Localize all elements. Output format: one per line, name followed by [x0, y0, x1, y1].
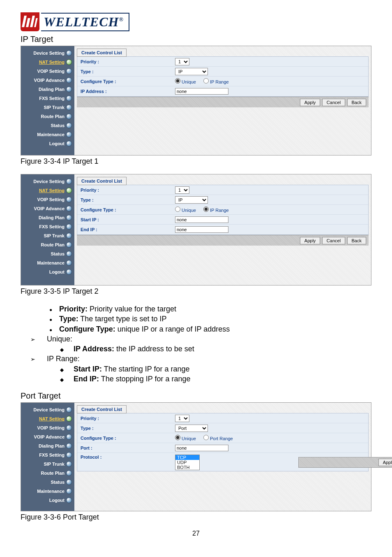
panel-port-target: Device SettingNAT SettingVOIP SettingVOI…	[21, 402, 371, 511]
sidebar-item-label: Dialing Plan	[39, 87, 65, 92]
radio-ip-range[interactable]	[203, 207, 209, 212]
expand-icon	[66, 86, 72, 92]
expand-icon	[66, 59, 72, 65]
select-protocol[interactable]: TCPUDPBOTH	[175, 455, 200, 470]
sidebar-item-voip-setting[interactable]: VOIP Setting	[21, 423, 74, 432]
input-start-ip[interactable]	[175, 216, 228, 223]
input-ip-address[interactable]	[175, 88, 228, 95]
sidebar-item-status[interactable]: Status	[21, 249, 74, 258]
select-type[interactable]: Port	[175, 425, 208, 432]
sidebar-item-label: Route Plan	[41, 114, 65, 119]
label-type: Type :	[81, 197, 175, 202]
sidebar-item-dialing-plan[interactable]: Dialing Plan	[21, 441, 74, 450]
sidebar-item-label: Status	[51, 123, 65, 128]
expand-icon	[66, 497, 72, 503]
sidebar: Device SettingNAT SettingVOIP SettingVOI…	[21, 46, 74, 155]
sidebar-item-label: Logout	[49, 269, 65, 274]
sidebar-item-dialing-plan[interactable]: Dialing Plan	[21, 85, 74, 94]
input-end-ip[interactable]	[175, 226, 228, 233]
label-type: Type :	[81, 426, 175, 431]
radio-unique[interactable]	[175, 435, 180, 440]
select-type[interactable]: IP	[175, 68, 208, 75]
sidebar-item-voip-advance[interactable]: VOIP Advance	[21, 204, 74, 213]
label-start-ip: Start IP :	[81, 217, 175, 222]
sidebar-item-logout[interactable]: Logout	[21, 267, 74, 276]
back-button[interactable]: Back	[347, 237, 366, 244]
sidebar-item-route-plan[interactable]: Route Plan	[21, 112, 74, 121]
select-priority[interactable]: 1	[175, 58, 189, 65]
sidebar-item-nat-setting[interactable]: NAT Setting	[21, 414, 74, 423]
sidebar-item-logout[interactable]: Logout	[21, 496, 74, 505]
sidebar-item-nat-setting[interactable]: NAT Setting	[21, 58, 74, 67]
expand-icon	[66, 179, 72, 184]
sidebar-item-label: FXS Setting	[39, 96, 65, 101]
apply-button[interactable]: Apply	[378, 459, 392, 466]
apply-button[interactable]: Apply	[300, 237, 321, 244]
protocol-option[interactable]: BOTH	[175, 465, 199, 470]
sidebar-item-device-setting[interactable]: Device Setting	[21, 177, 74, 186]
sidebar-item-label: Dialing Plan	[39, 215, 65, 220]
label-port: Port :	[81, 446, 175, 450]
sidebar-item-route-plan[interactable]: Route Plan	[21, 469, 74, 478]
panel-ip-target-2: Device SettingNAT SettingVOIP SettingVOI…	[21, 174, 371, 285]
label-priority: Priority :	[81, 188, 175, 193]
sidebar-item-route-plan[interactable]: Route Plan	[21, 240, 74, 249]
label-configure-type: Configure Type :	[81, 207, 175, 212]
sidebar-item-label: Status	[51, 251, 65, 256]
sidebar-item-label: SIP Trunk	[44, 105, 65, 110]
expand-icon	[66, 132, 72, 137]
sidebar-item-device-setting[interactable]: Device Setting	[21, 49, 74, 58]
sidebar-item-dialing-plan[interactable]: Dialing Plan	[21, 213, 74, 222]
cancel-button[interactable]: Cancel	[322, 99, 345, 106]
tab-create-control-list[interactable]: Create Control List	[77, 405, 127, 413]
tab-create-control-list[interactable]: Create Control List	[77, 49, 127, 57]
sidebar-item-voip-setting[interactable]: VOIP Setting	[21, 67, 74, 76]
expand-icon	[66, 206, 72, 211]
sidebar-item-maintenance[interactable]: Maintenance	[21, 487, 74, 496]
sidebar-item-voip-setting[interactable]: VOIP Setting	[21, 195, 74, 204]
expand-icon	[66, 452, 72, 458]
label-protocol: Protocol :	[81, 455, 175, 460]
radio-port-range[interactable]	[203, 435, 209, 440]
panel-ip-target-1: Device SettingNAT SettingVOIP SettingVOI…	[21, 46, 371, 155]
sidebar-item-logout[interactable]: Logout	[21, 139, 74, 148]
protocol-option[interactable]: UDP	[175, 460, 199, 465]
sidebar-item-voip-advance[interactable]: VOIP Advance	[21, 432, 74, 441]
sidebar-item-label: Status	[51, 480, 65, 485]
tab-create-control-list[interactable]: Create Control List	[77, 177, 127, 185]
sidebar-item-fxs-setting[interactable]: FXS Setting	[21, 450, 74, 460]
sidebar-item-sip-trunk[interactable]: SIP Trunk	[21, 231, 74, 240]
sidebar-item-sip-trunk[interactable]: SIP Trunk	[21, 103, 74, 112]
sidebar-item-sip-trunk[interactable]: SIP Trunk	[21, 460, 74, 469]
radio-ip-range[interactable]	[203, 78, 209, 84]
sidebar-item-fxs-setting[interactable]: FXS Setting	[21, 222, 74, 231]
sidebar-item-label: Device Setting	[33, 51, 65, 56]
cancel-button[interactable]: Cancel	[322, 237, 345, 244]
sidebar-item-nat-setting[interactable]: NAT Setting	[21, 186, 74, 195]
sidebar-item-device-setting[interactable]: Device Setting	[21, 405, 74, 414]
sidebar-item-fxs-setting[interactable]: FXS Setting	[21, 94, 74, 103]
input-port[interactable]	[175, 445, 228, 451]
sidebar-item-label: SIP Trunk	[44, 233, 65, 238]
logo: WELLTECH®	[21, 12, 371, 31]
protocol-option[interactable]: TCP	[175, 455, 199, 460]
sidebar-item-maintenance[interactable]: Maintenance	[21, 130, 74, 139]
label-end-ip: End IP :	[81, 227, 175, 232]
radio-unique[interactable]	[175, 78, 180, 84]
sidebar-item-voip-advance[interactable]: VOIP Advance	[21, 76, 74, 85]
figure-caption-3: Figure 3-3-6 Port Target	[21, 513, 371, 522]
expand-icon	[66, 269, 72, 275]
radio-unique[interactable]	[175, 207, 180, 212]
expand-icon	[66, 443, 72, 449]
sidebar-item-maintenance[interactable]: Maintenance	[21, 258, 74, 267]
apply-button[interactable]: Apply	[300, 99, 321, 106]
back-button[interactable]: Back	[347, 99, 366, 106]
select-priority[interactable]: 1	[175, 415, 189, 422]
label-configure-type: Configure Type :	[81, 436, 175, 441]
select-type[interactable]: IP	[175, 196, 208, 204]
label-ip-address: IP Address :	[81, 89, 175, 94]
sidebar-item-label: NAT Setting	[39, 416, 65, 421]
sidebar-item-status[interactable]: Status	[21, 121, 74, 130]
sidebar-item-status[interactable]: Status	[21, 478, 74, 487]
select-priority[interactable]: 1	[175, 186, 189, 194]
